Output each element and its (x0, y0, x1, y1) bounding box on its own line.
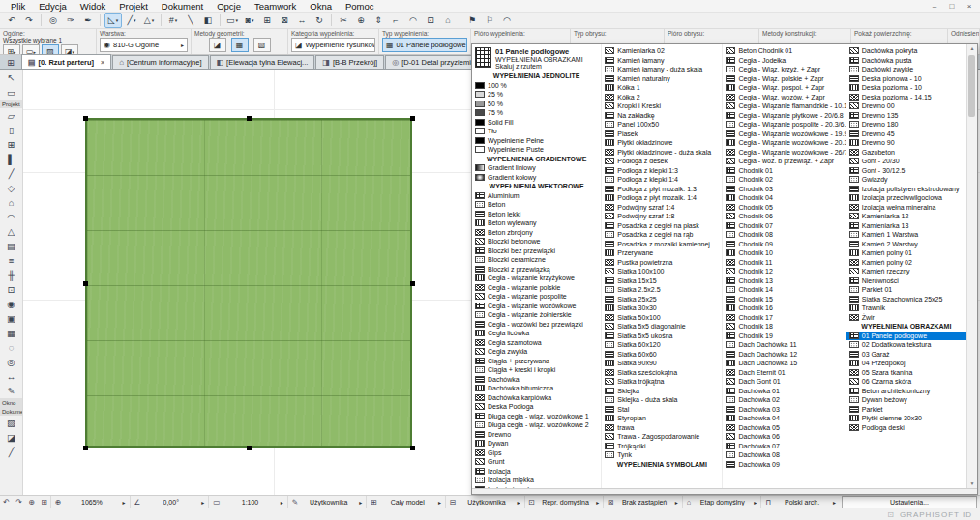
fill-item-ciągła-przerywana[interactable]: Ciągła + przerywana (472, 357, 601, 366)
fill-item-izolacja[interactable]: Izolacja (472, 467, 601, 477)
zoom-tool-icon[interactable]: ⊕ (353, 14, 369, 27)
fill-item-izolacja-miękka[interactable]: Izolacja miękka (472, 476, 601, 485)
fill-item-chodnik-07[interactable]: Chodnik 07 (723, 221, 845, 231)
fill-tool[interactable]: ▨ (0, 416, 22, 430)
fill-item-75-%[interactable]: 75 % (472, 108, 601, 118)
status-segment-etap-domyślny[interactable]: ⌂Etap domyślny▸ (682, 496, 761, 508)
fill-item-siatka-60x60[interactable]: Siatka 60x60 (602, 350, 722, 360)
camera-tool[interactable]: ◎ (0, 355, 22, 369)
fill-item-przerywane[interactable]: Przerywane (602, 248, 722, 258)
fill-item-cegła-wiązanie-żołnierskie[interactable]: Cegła - wiązanie żołnierskie (472, 310, 601, 320)
flag-outline-icon[interactable]: ⚐ (482, 14, 497, 27)
fill-item-dachówka-pokryta[interactable]: Dachówka pokryta (846, 46, 966, 56)
cloud-icon[interactable]: ◠ (499, 14, 515, 27)
stair-tool[interactable]: ≡ (0, 253, 22, 268)
fill-item-płytki-okładzinowe-duża-skala[interactable]: Płytki okładzinowe - duża skala (602, 148, 722, 158)
fill-item-siatka-sześciokątna[interactable]: Siatka sześciokątna (602, 368, 722, 378)
fill-item-dachówka[interactable]: Dachówka (472, 375, 601, 385)
window-tool[interactable]: ⊞ (0, 137, 22, 152)
fill-item-siatka-90x90[interactable]: Siatka 90x90 (602, 359, 722, 368)
fill-item-cegła-wiązanie-pospolite-20-3-6-76[interactable]: Cegła - Wiązanie pospolite - 20.3/6.76 (723, 120, 845, 130)
grid-snap-icon[interactable]: #▾ (165, 14, 181, 27)
menu-item-dokument[interactable]: Dokument (155, 1, 210, 12)
selection-handle[interactable] (83, 446, 88, 450)
fill-item-drewno-135[interactable]: Drewno 135 (846, 111, 966, 121)
fill-item-tło[interactable]: Tło (472, 127, 601, 136)
fill-item-wypełnienie-puste[interactable]: Wypełnienie Puste (472, 145, 601, 155)
fill-item-dach-dachówka-11[interactable]: Dach Dachówka 11 (723, 340, 845, 350)
selection-handle[interactable] (410, 116, 415, 121)
fill-list-scrollbar[interactable]: ▲ ▼ (966, 44, 977, 494)
door-tool[interactable]: ▯ (0, 123, 22, 137)
fill-item-cegła-zwykła[interactable]: Cegła zwykła (472, 347, 601, 357)
fill-item-gips[interactable]: Gips (472, 448, 601, 458)
fill-item-01-panele-podłogowe[interactable]: 01 Panele podłogowe (846, 332, 966, 341)
beam-tool[interactable]: ╱ (0, 166, 22, 181)
zone-tool[interactable]: ▣ (0, 311, 22, 326)
fill-item-izolacja-wełna-mineralna[interactable]: Izolacja wełna mineralna (846, 203, 966, 213)
status-segment-użytkownika[interactable]: ⊟Użytkownika▸ (445, 496, 524, 508)
favorites-button[interactable]: ◪▾ (61, 44, 78, 54)
menu-item-plik[interactable]: Plik (4, 1, 32, 12)
fill-item-cegła-wiąz-polskie-zapr[interactable]: Cegła - Wiąz. polskie + Zapr (723, 74, 845, 84)
fill-item-chodnik-19[interactable]: Chodnik 19 (723, 332, 845, 341)
fill-item-długa-cegła-wiąz-wozówkowe-2[interactable]: Długa cegła - wiąz. wozówkowe 2 (472, 420, 601, 430)
fill-item-cegła-wiązanie-krzyżykowe[interactable]: Cegła - wiązanie krzyżykowe (472, 274, 601, 283)
marquee-tool[interactable]: ▭ (0, 85, 22, 100)
fill-item-cegła-wiąz-pospol-zapr[interactable]: Cegła - Wiąz. pospol. + Zapr (723, 83, 845, 93)
fill-item-dywan[interactable]: Dywan (472, 439, 601, 448)
fill-item-dachówka-08[interactable]: Dachówka 08 (723, 450, 845, 460)
fill-item-25-%[interactable]: 25 % (472, 90, 601, 100)
morph-tool[interactable]: △ (0, 224, 22, 239)
redo-icon[interactable]: ↷ (21, 14, 37, 27)
groups-icon[interactable]: ⊞ (259, 14, 275, 27)
fill-item-podwójny-szraf-1-8[interactable]: Podwójny szraf 1:8 (602, 212, 722, 221)
fill-item-02-dodatkowa-tekstura[interactable]: 02 Dodatkowa tekstura (846, 340, 966, 350)
lamp-tool[interactable]: ◉ (0, 297, 22, 311)
selection-handle[interactable] (410, 281, 415, 286)
slab-tool[interactable]: ◇ (0, 181, 22, 195)
fill-item-podłoga-z-klepki-1-3[interactable]: Podłoga z klepki 1:3 (602, 166, 722, 176)
split-icon[interactable]: ✂ (336, 14, 351, 27)
label-tool[interactable]: ✎ (0, 384, 22, 398)
fill-item-kamień-rzeczny[interactable]: Kamień rzeczny (846, 267, 966, 276)
fill-item-dachówka-09[interactable]: Dachówka 09 (723, 460, 845, 470)
status-segment-brak-zastąpień[interactable]: ⊠Brak zastąpień▸ (603, 496, 682, 508)
fill-item-grunt[interactable]: Grunt (472, 457, 601, 467)
fill-item-kółka-1[interactable]: Kółka 1 (602, 83, 722, 93)
fill-item-bloczki-z-przewiązką[interactable]: Bloczki z przewiązką (472, 265, 601, 274)
fill-item-03-garaż[interactable]: 03 Garaż (846, 350, 966, 360)
fill-item-cegła-woz-b-przewiąz-zapr[interactable]: Cegła - woz. b przewiąz. + Zapr (723, 157, 845, 166)
geometry-rectangle-button[interactable]: ▦ (231, 38, 249, 52)
fill-item-05-szara-tkanina[interactable]: 05 Szara tkanina (846, 368, 966, 378)
fill-item-kamień-2-warstwy[interactable]: Kamień 2 Warstwy (846, 240, 966, 249)
menu-item-teamwork[interactable]: Teamwork (248, 1, 303, 12)
object-tool[interactable]: ⊡ (0, 282, 22, 297)
fill-item-gradient-liniowy[interactable]: Gradient liniowy (472, 163, 601, 173)
home-view-icon[interactable]: ⌂ (440, 14, 456, 27)
fill-item-ciągła-kreski-i-kropki[interactable]: Ciągła + kreski i kropki (472, 365, 601, 375)
fill-item-gazobeton[interactable]: Gazobeton (846, 148, 966, 158)
fill-item-drewno-00[interactable]: Drewno 00 (846, 101, 966, 111)
close-icon[interactable]: × (964, 2, 975, 11)
fill-item-chodnik-18[interactable]: Chodnik 18 (723, 322, 845, 332)
fill-item-dachówki-zwykłe[interactable]: Dachówki zwykłe (846, 65, 966, 74)
fill-item-chodnik-13[interactable]: Chodnik 13 (723, 276, 845, 286)
flag-solid-icon[interactable]: ⚑ (464, 14, 480, 27)
fill-item-siatka-trójkątna[interactable]: Siatka trójkątna (602, 377, 722, 387)
fill-item-gwiazdy[interactable]: Gwiazdy (846, 175, 966, 185)
fill-item-gont-20-30[interactable]: Gont - 20/30 (846, 157, 966, 166)
fit-in-window-icon[interactable]: ⇕ (371, 14, 386, 27)
fill-item-podłoga-z-płyt-mozaik-1-3[interactable]: Podłoga z płyt mozaik. 1:3 (602, 185, 722, 194)
lock-icon[interactable]: ◙▾ (242, 14, 257, 27)
fill-item-kamieniarka-12[interactable]: Kamieniarka 12 (846, 212, 966, 221)
menu-item-projekt[interactable]: Projekt (112, 1, 155, 12)
fill-item-dachówka-06[interactable]: Dachówka 06 (723, 432, 845, 442)
fill-item-kamieniarka-13[interactable]: Kamieniarka 13 (846, 221, 966, 231)
fill-item-cegła-wiązanie-polskie[interactable]: Cegła - wiązanie polskie (472, 283, 601, 293)
mesh-tool[interactable]: ▦ (0, 326, 22, 340)
fill-item-chodnik-09[interactable]: Chodnik 09 (723, 240, 845, 249)
tab-centrum-informacyjne[interactable]: ⌂[Centrum informacyjne] (112, 55, 208, 69)
fill-item-dachówka-03[interactable]: Dachówka 03 (723, 405, 845, 415)
graphisoft-id[interactable]: ⊡ GRAPHISOFT ID (887, 510, 972, 519)
